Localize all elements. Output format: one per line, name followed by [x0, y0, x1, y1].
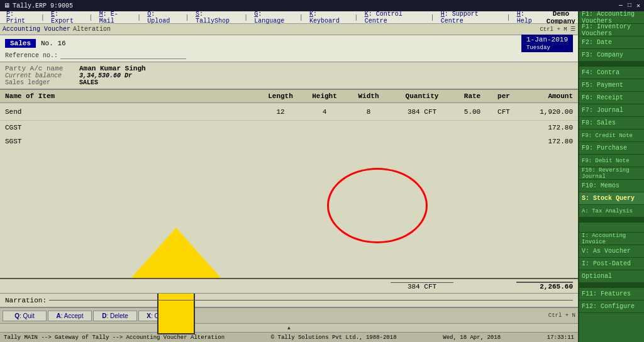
item-rate: 5.00 [453, 108, 491, 116]
narration-label: Narration: [5, 297, 47, 304]
scroll-hint[interactable]: ▲ [0, 323, 578, 332]
party-balance-label: Current balance [5, 72, 74, 79]
panel-divider-2 [579, 218, 644, 223]
panel-item-f12[interactable]: F12: Configure [579, 301, 644, 313]
table-header: Name of Item Length Height Width Quantit… [0, 89, 578, 103]
breadcrumb: Tally MAIN --> Gateway of Tally --> Acco… [4, 334, 225, 341]
cgst-row: CGST 172.80 [0, 121, 578, 135]
col-header-rate: Rate [453, 92, 491, 100]
menu-help[interactable]: H: Help [513, 11, 545, 25]
panel-item-stock-query[interactable]: S: Stock Query [579, 192, 644, 205]
ctrl-m-hint: Ctrl + M ☰ [540, 26, 575, 33]
menu-support[interactable]: H: Support Centre [437, 11, 504, 25]
item-name: Send [5, 108, 258, 116]
party-name-value: Aman Kumar Singh [79, 65, 146, 72]
panel-item-f8[interactable]: F8: Sales [579, 117, 644, 130]
item-height: 4 [303, 108, 347, 116]
menu-control-centre[interactable]: K: Control Centre [361, 11, 428, 25]
bottom-section: 384 CFT 2,265.60 Narration: [0, 278, 578, 307]
scroll-arrow-up: ▲ [287, 325, 291, 331]
app-container: 🖥 Tally.ERP 9:9005 — □ ✕ F1: Accounting … [0, 0, 644, 342]
menu-tallyshop[interactable]: S: TallyShop [192, 11, 242, 25]
panel-item-optional[interactable]: Optional [579, 270, 644, 283]
cgst-label: CGST [5, 124, 516, 131]
panel-item-f10-memos[interactable]: F10: Memos [579, 180, 644, 192]
col-header-height: Height [303, 92, 347, 100]
quit-button[interactable]: Q: Quit [3, 311, 47, 321]
table-area: Name of Item Length Height Width Quantit… [0, 89, 578, 307]
menu-export[interactable]: E: Export [47, 11, 86, 25]
panel-item-as-voucher[interactable]: V: As Voucher [579, 245, 644, 258]
party-ledger-value: SALES [79, 79, 98, 86]
party-name-row: Party A/c name Aman Kumar Singh [5, 65, 573, 72]
status-bar: Tally MAIN --> Gateway of Tally --> Acco… [0, 332, 578, 342]
arrow-head [126, 228, 226, 284]
date-box: 1-Jan-2019 Tuesday [521, 35, 573, 52]
party-balance-row: Current balance 3,34,530.60 Dr [5, 72, 573, 79]
panel-item-accounting-invoice[interactable]: I: Accounting Invoice [579, 233, 644, 245]
accept-button[interactable]: A: Accept [48, 311, 92, 321]
cgst-amount: 172.80 [516, 124, 573, 131]
panel-item-f9-purchase[interactable]: F9: Purchase [579, 142, 644, 155]
voucher-date: 1-Jan-2019 [526, 36, 568, 43]
item-quantity: 384 CFT [391, 108, 453, 116]
party-name-label: Party A/c name [5, 65, 74, 72]
panel-item-f9-credit[interactable]: F9: Credit Note [579, 130, 644, 142]
sgst-amount: 172.80 [516, 138, 573, 145]
maximize-button[interactable]: □ [628, 2, 631, 9]
panel-item-f5[interactable]: F5: Payment [579, 79, 644, 92]
panel-item-f10-reversing[interactable]: F10: Reversing Journal [579, 167, 644, 180]
panel-item-f7[interactable]: F7: Journal [579, 104, 644, 117]
ref-row: Reference no.: [5, 50, 573, 60]
col-header-width: Width [347, 92, 391, 100]
narration-row: Narration: [0, 293, 578, 307]
panel-item-f1-inventory[interactable]: F1: Inventory Vouchers [579, 24, 644, 36]
voucher-type-badge: Sales [5, 39, 36, 48]
sgst-row: SGST 172.80 [0, 135, 578, 148]
ctrl-n-hint: Ctrl + N [548, 312, 575, 319]
panel-item-f4[interactable]: F4: Contra [579, 67, 644, 79]
narration-line [49, 300, 573, 301]
panel-item-f2[interactable]: F2: Date [579, 36, 644, 49]
status-time: 17:33:11 [547, 334, 574, 341]
party-section: Party A/c name Aman Kumar Singh Current … [0, 62, 578, 89]
menu-language[interactable]: G: Language [250, 11, 296, 25]
panel-item-f9-debit[interactable]: F9: Debit Note [579, 155, 644, 167]
footer-bar: Q: Quit A: Accept D: Delete X: Cancel Ct… [0, 307, 578, 323]
voucher-number: No. 16 [41, 40, 66, 47]
sub-menu: Accounting Voucher Alteration Ctrl + M ☰ [0, 24, 578, 35]
app-title: Tally.ERP 9:9005 [13, 3, 73, 9]
menu-upload[interactable]: O: Upload [143, 11, 182, 25]
app-icon: 🖥 [4, 2, 10, 9]
sub-menu-action: Alteration [73, 26, 111, 33]
party-ledger-label: Sales ledger [5, 79, 74, 86]
menu-keyboard[interactable]: K: Keyboard [306, 11, 352, 25]
table-row[interactable]: Send 12 4 8 384 CFT 5.00 CFT 1,920.00 [0, 103, 578, 121]
close-button[interactable]: ✕ [636, 2, 640, 9]
total-amount: 2,265.60 [516, 282, 573, 290]
col-header-per: per [491, 92, 516, 100]
status-date: Wed, 18 Apr, 2018 [443, 334, 501, 341]
panel-item-f11[interactable]: F11: Features [579, 288, 644, 301]
panel-item-f1-accounting[interactable]: F1: Accounting Vouchers [579, 11, 644, 24]
col-header-length: Length [258, 92, 303, 100]
menu-email[interactable]: M: E-Mail [96, 11, 135, 25]
panel-divider-3 [579, 283, 644, 288]
menu-print[interactable]: P: Print [3, 11, 38, 25]
voucher-type-label: Accounting Voucher [3, 26, 70, 33]
col-header-name: Name of Item [5, 92, 258, 100]
title-bar-left: 🖥 Tally.ERP 9:9005 [4, 2, 73, 9]
title-bar-controls: — □ ✕ [619, 2, 640, 9]
voucher-day: Tuesday [526, 45, 550, 51]
panel-item-f3[interactable]: F3: Company [579, 49, 644, 62]
panel-item-post-dated[interactable]: I: Post-Dated [579, 258, 644, 270]
panel-item-tax-analysis[interactable]: A: Tax Analysis [579, 205, 644, 218]
right-panel: F1: Accounting Vouchers F1: Inventory Vo… [578, 11, 644, 342]
sgst-label: SGST [5, 138, 516, 145]
header-row: Sales No. 16 1-Jan-2019 Tuesday [5, 36, 573, 50]
party-balance-value: 3,34,530.60 Dr [79, 72, 132, 79]
panel-item-f6[interactable]: F6: Receipt [579, 92, 644, 104]
ref-input[interactable] [60, 52, 186, 59]
minimize-button[interactable]: — [619, 2, 623, 9]
item-per: CFT [491, 108, 516, 116]
